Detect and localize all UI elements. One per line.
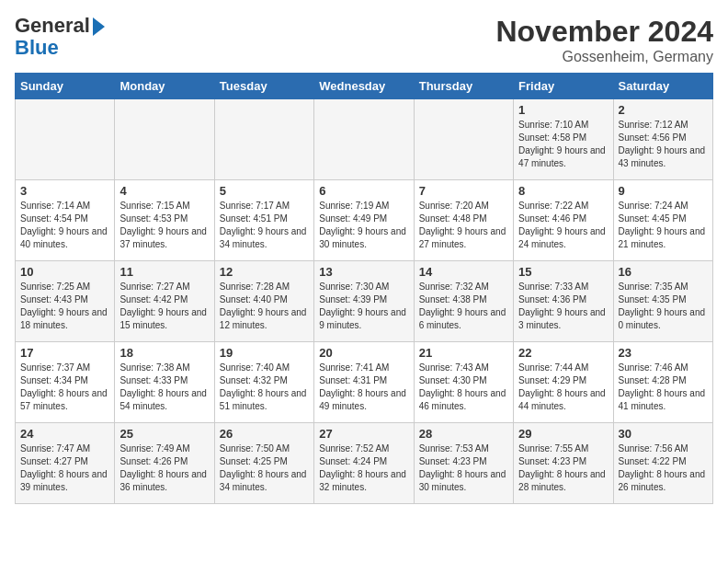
day-info: Sunrise: 7:20 AM Sunset: 4:48 PM Dayligh… <box>419 200 508 251</box>
calendar-cell: 19Sunrise: 7:40 AM Sunset: 4:32 PM Dayli… <box>214 342 313 423</box>
day-info: Sunrise: 7:24 AM Sunset: 4:45 PM Dayligh… <box>619 200 708 251</box>
day-info: Sunrise: 7:49 AM Sunset: 4:26 PM Dayligh… <box>119 442 209 494</box>
logo-line2: Blue <box>15 37 105 59</box>
title-section: November 2024 Gossenheim, Germany <box>495 15 713 65</box>
calendar-cell: 23Sunrise: 7:46 AM Sunset: 4:28 PM Dayli… <box>613 342 712 423</box>
day-number: 28 <box>419 427 508 441</box>
calendar-cell: 20Sunrise: 7:41 AM Sunset: 4:31 PM Dayli… <box>314 342 414 423</box>
day-number: 20 <box>319 346 408 360</box>
day-info: Sunrise: 7:46 AM Sunset: 4:28 PM Dayligh… <box>619 362 708 413</box>
day-info: Sunrise: 7:17 AM Sunset: 4:51 PM Dayligh… <box>220 200 309 251</box>
day-number: 16 <box>619 265 708 279</box>
day-info: Sunrise: 7:10 AM Sunset: 4:58 PM Dayligh… <box>518 119 608 170</box>
day-info: Sunrise: 7:56 AM Sunset: 4:22 PM Dayligh… <box>619 442 708 494</box>
calendar-cell <box>314 99 414 180</box>
day-number: 12 <box>220 265 309 279</box>
calendar-cell: 15Sunrise: 7:33 AM Sunset: 4:36 PM Dayli… <box>514 261 613 342</box>
day-number: 25 <box>119 427 209 441</box>
day-number: 3 <box>20 184 109 198</box>
day-info: Sunrise: 7:40 AM Sunset: 4:32 PM Dayligh… <box>220 362 309 413</box>
header-thursday: Thursday <box>414 74 513 99</box>
calendar-cell: 9Sunrise: 7:24 AM Sunset: 4:45 PM Daylig… <box>613 180 712 261</box>
header-sunday: Sunday <box>16 74 115 99</box>
day-number: 13 <box>319 265 408 279</box>
location: Gossenheim, Germany <box>495 49 713 65</box>
day-number: 21 <box>419 346 508 360</box>
calendar-cell: 10Sunrise: 7:25 AM Sunset: 4:43 PM Dayli… <box>16 261 115 342</box>
day-number: 9 <box>619 184 708 198</box>
day-info: Sunrise: 7:32 AM Sunset: 4:38 PM Dayligh… <box>419 281 508 332</box>
day-info: Sunrise: 7:30 AM Sunset: 4:39 PM Dayligh… <box>319 281 408 332</box>
calendar-cell: 8Sunrise: 7:22 AM Sunset: 4:46 PM Daylig… <box>514 180 613 261</box>
day-info: Sunrise: 7:47 AM Sunset: 4:27 PM Dayligh… <box>20 442 109 494</box>
day-info: Sunrise: 7:12 AM Sunset: 4:56 PM Dayligh… <box>619 119 708 170</box>
day-info: Sunrise: 7:22 AM Sunset: 4:46 PM Dayligh… <box>518 200 608 251</box>
calendar-cell: 25Sunrise: 7:49 AM Sunset: 4:26 PM Dayli… <box>115 423 214 504</box>
day-info: Sunrise: 7:38 AM Sunset: 4:33 PM Dayligh… <box>119 362 209 413</box>
calendar-header-row: Sunday Monday Tuesday Wednesday Thursday… <box>16 74 713 99</box>
calendar-table: Sunday Monday Tuesday Wednesday Thursday… <box>15 73 713 504</box>
calendar-week-row: 24Sunrise: 7:47 AM Sunset: 4:27 PM Dayli… <box>16 423 713 504</box>
day-info: Sunrise: 7:55 AM Sunset: 4:23 PM Dayligh… <box>518 442 608 494</box>
day-number: 7 <box>419 184 508 198</box>
day-number: 18 <box>119 346 209 360</box>
day-number: 4 <box>119 184 209 198</box>
calendar-cell: 17Sunrise: 7:37 AM Sunset: 4:34 PM Dayli… <box>16 342 115 423</box>
calendar-week-row: 10Sunrise: 7:25 AM Sunset: 4:43 PM Dayli… <box>16 261 713 342</box>
day-number: 30 <box>619 427 708 441</box>
header-saturday: Saturday <box>613 74 712 99</box>
day-info: Sunrise: 7:27 AM Sunset: 4:42 PM Dayligh… <box>119 281 209 332</box>
calendar-cell: 1Sunrise: 7:10 AM Sunset: 4:58 PM Daylig… <box>514 99 613 180</box>
header-tuesday: Tuesday <box>214 74 313 99</box>
calendar-cell <box>16 99 115 180</box>
day-info: Sunrise: 7:19 AM Sunset: 4:49 PM Dayligh… <box>319 200 408 251</box>
day-number: 23 <box>619 346 708 360</box>
calendar-week-row: 17Sunrise: 7:37 AM Sunset: 4:34 PM Dayli… <box>16 342 713 423</box>
calendar-cell: 29Sunrise: 7:55 AM Sunset: 4:23 PM Dayli… <box>514 423 613 504</box>
logo-text: General Blue <box>15 15 105 59</box>
calendar-week-row: 3Sunrise: 7:14 AM Sunset: 4:54 PM Daylig… <box>16 180 713 261</box>
calendar-cell: 24Sunrise: 7:47 AM Sunset: 4:27 PM Dayli… <box>16 423 115 504</box>
calendar-cell: 3Sunrise: 7:14 AM Sunset: 4:54 PM Daylig… <box>16 180 115 261</box>
calendar-cell: 27Sunrise: 7:52 AM Sunset: 4:24 PM Dayli… <box>314 423 414 504</box>
calendar-cell: 11Sunrise: 7:27 AM Sunset: 4:42 PM Dayli… <box>115 261 214 342</box>
calendar-cell <box>115 99 214 180</box>
logo-arrow <box>93 17 105 36</box>
page-header: General Blue November 2024 Gossenheim, G… <box>15 15 713 65</box>
day-info: Sunrise: 7:35 AM Sunset: 4:35 PM Dayligh… <box>619 281 708 332</box>
day-number: 19 <box>220 346 309 360</box>
calendar-cell: 2Sunrise: 7:12 AM Sunset: 4:56 PM Daylig… <box>613 99 712 180</box>
day-info: Sunrise: 7:28 AM Sunset: 4:40 PM Dayligh… <box>220 281 309 332</box>
day-number: 8 <box>518 184 608 198</box>
calendar-cell: 26Sunrise: 7:50 AM Sunset: 4:25 PM Dayli… <box>214 423 313 504</box>
day-number: 26 <box>220 427 309 441</box>
calendar-week-row: 1Sunrise: 7:10 AM Sunset: 4:58 PM Daylig… <box>16 99 713 180</box>
header-monday: Monday <box>115 74 214 99</box>
day-number: 15 <box>518 265 608 279</box>
day-number: 22 <box>518 346 608 360</box>
calendar-cell: 4Sunrise: 7:15 AM Sunset: 4:53 PM Daylig… <box>115 180 214 261</box>
calendar-cell: 6Sunrise: 7:19 AM Sunset: 4:49 PM Daylig… <box>314 180 414 261</box>
day-info: Sunrise: 7:52 AM Sunset: 4:24 PM Dayligh… <box>319 442 408 494</box>
calendar-cell: 16Sunrise: 7:35 AM Sunset: 4:35 PM Dayli… <box>613 261 712 342</box>
day-number: 29 <box>518 427 608 441</box>
day-number: 17 <box>20 346 109 360</box>
day-info: Sunrise: 7:44 AM Sunset: 4:29 PM Dayligh… <box>518 362 608 413</box>
calendar-cell: 7Sunrise: 7:20 AM Sunset: 4:48 PM Daylig… <box>414 180 513 261</box>
header-wednesday: Wednesday <box>314 74 414 99</box>
day-number: 27 <box>319 427 408 441</box>
calendar-cell: 28Sunrise: 7:53 AM Sunset: 4:23 PM Dayli… <box>414 423 513 504</box>
header-friday: Friday <box>514 74 613 99</box>
day-info: Sunrise: 7:53 AM Sunset: 4:23 PM Dayligh… <box>419 442 508 494</box>
calendar-cell: 13Sunrise: 7:30 AM Sunset: 4:39 PM Dayli… <box>314 261 414 342</box>
day-number: 1 <box>518 103 608 117</box>
day-info: Sunrise: 7:14 AM Sunset: 4:54 PM Dayligh… <box>20 200 109 251</box>
logo: General Blue <box>15 15 105 59</box>
day-info: Sunrise: 7:43 AM Sunset: 4:30 PM Dayligh… <box>419 362 508 413</box>
calendar-cell: 21Sunrise: 7:43 AM Sunset: 4:30 PM Dayli… <box>414 342 513 423</box>
calendar-cell <box>214 99 313 180</box>
day-number: 11 <box>119 265 209 279</box>
calendar-cell: 18Sunrise: 7:38 AM Sunset: 4:33 PM Dayli… <box>115 342 214 423</box>
calendar-cell: 22Sunrise: 7:44 AM Sunset: 4:29 PM Dayli… <box>514 342 613 423</box>
calendar-cell: 14Sunrise: 7:32 AM Sunset: 4:38 PM Dayli… <box>414 261 513 342</box>
